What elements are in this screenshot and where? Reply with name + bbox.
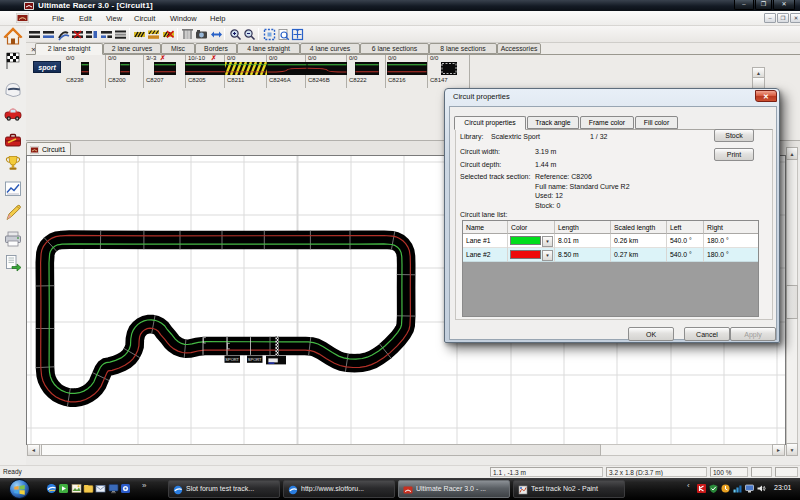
quick-launch-pictures-icon[interactable] <box>71 483 82 494</box>
palette-tab-4-lane-curves[interactable]: 4 lane curves <box>300 43 360 54</box>
window-close-button[interactable]: ✕ <box>773 0 795 10</box>
stock-button[interactable]: Stock <box>714 129 754 142</box>
dialog-tab-frame-color[interactable]: Frame color <box>580 116 634 129</box>
palette-part-c8238[interactable]: 0/0 C8238 <box>64 55 106 88</box>
vertical-scroll-thumb[interactable] <box>786 285 798 319</box>
palette-tab-borders[interactable]: Borders <box>195 43 237 54</box>
palette-tab-accessories[interactable]: Accessories <box>497 43 541 54</box>
lane1-color-dropdown-icon[interactable]: ▼ <box>542 236 553 247</box>
scroll-down-icon[interactable]: ▼ <box>786 443 798 456</box>
tray-update-icon[interactable] <box>721 484 730 493</box>
menu-view[interactable]: View <box>106 14 122 23</box>
sidebar-trophy-icon[interactable] <box>3 153 23 173</box>
toolbar-pan-view-icon[interactable] <box>291 28 304 41</box>
sidebar-car-icon[interactable] <box>3 104 23 124</box>
lane-row-2[interactable]: Lane #2 ▼ 8.50 m 0.27 km 540.0 ° 180.0 ° <box>463 248 758 262</box>
dialog-close-button[interactable]: ✕ <box>755 90 777 102</box>
palette-part-c8246a[interactable]: 0/0 C8246A <box>267 55 306 88</box>
toolbar-zoom-out-icon[interactable] <box>243 28 256 41</box>
tray-chevron-icon[interactable]: ‹ <box>687 481 690 490</box>
quick-launch-ie-icon[interactable] <box>46 483 57 494</box>
window-restore-button[interactable]: ❐ <box>755 0 772 10</box>
toolbar-move-arrows-icon[interactable] <box>210 28 223 41</box>
palette-tab-6-lane-sections[interactable]: 6 lane sections <box>360 43 429 54</box>
palette-tab-2-lane-straight[interactable]: 2 lane straight <box>35 43 103 55</box>
lane2-color-swatch[interactable] <box>510 250 541 259</box>
toolbar-quarter-straight-icon[interactable] <box>100 28 113 41</box>
apply-button[interactable]: Apply <box>730 327 776 341</box>
scroll-right-icon[interactable]: ► <box>772 444 785 456</box>
column-header-left[interactable]: Left <box>667 221 704 234</box>
palette-part-c8207[interactable]: 3/-3✗ C8207 <box>144 55 186 88</box>
tray-volume-icon[interactable] <box>757 484 766 493</box>
toolbar-half-straight-icon[interactable] <box>85 28 98 41</box>
column-header-length[interactable]: Length <box>555 221 611 234</box>
quick-launch-media-icon[interactable] <box>58 483 69 494</box>
sidebar-printer-icon[interactable] <box>3 229 23 249</box>
quick-launch-overflow-icon[interactable]: » <box>142 481 146 490</box>
mdi-close-button[interactable]: ✕ <box>790 13 800 23</box>
column-header-color[interactable]: Color <box>508 221 555 234</box>
toolbar-special-piece-icon[interactable] <box>114 28 127 41</box>
dialog-tab-fill-color[interactable]: Fill color <box>635 116 678 129</box>
tray-kaspersky-icon[interactable] <box>697 484 706 493</box>
sidebar-toolbox-icon[interactable] <box>3 130 23 150</box>
toolbar-zoom-in-icon[interactable] <box>229 28 242 41</box>
palette-tab-2-lane-curves[interactable]: 2 lane curves <box>103 43 161 54</box>
scroll-up-icon[interactable]: ▲ <box>786 147 798 160</box>
task-ultimate-racer[interactable]: Ultimate Racer 3.0 - ... <box>398 480 510 498</box>
toolbar-fit-view-icon[interactable] <box>263 28 276 41</box>
start-button[interactable] <box>9 479 30 499</box>
tab-circuit1[interactable]: Circuit1 <box>26 142 71 156</box>
mdi-restore-button[interactable]: ❐ <box>777 13 789 23</box>
palette-scroll-up-icon[interactable]: ▲ <box>752 67 765 78</box>
print-button[interactable]: Print <box>714 148 754 161</box>
column-header-scaled-length[interactable]: Scaled length <box>611 221 667 234</box>
sidebar-home-icon[interactable] <box>3 27 23 47</box>
mdi-minimize-button[interactable]: – <box>764 13 776 23</box>
tray-network-icon[interactable] <box>733 484 742 493</box>
toolbar-pillar-icon[interactable] <box>181 28 194 41</box>
palette-part-c8216[interactable]: 0/0 C8216 <box>386 55 428 88</box>
dialog-tab-circuit-properties[interactable]: Circuit properties <box>454 116 526 130</box>
lane2-color-dropdown-icon[interactable]: ▼ <box>542 250 553 261</box>
sidebar-export-icon[interactable] <box>3 253 23 273</box>
palette-part-c8200[interactable]: 0/0 C8200 <box>106 55 144 88</box>
mdi-system-icon[interactable] <box>16 13 29 23</box>
window-minimize-button[interactable]: – <box>734 0 754 10</box>
column-header-name[interactable]: Name <box>463 221 508 234</box>
sidebar-pen-icon[interactable] <box>3 203 23 223</box>
palette-tab-8-lane-sections[interactable]: 8 lane sections <box>429 43 497 54</box>
toolbar-new-straight-icon[interactable] <box>28 28 41 41</box>
palette-part-c8222[interactable]: 0/0 C8222 <box>347 55 386 88</box>
horizontal-scroll-thumb[interactable] <box>41 444 601 456</box>
canvas-horizontal-scrollbar[interactable]: ◄ ► <box>27 444 785 456</box>
cancel-button[interactable]: Cancel <box>684 327 730 341</box>
sidebar-helmet-icon[interactable] <box>3 80 23 100</box>
canvas-vertical-scrollbar[interactable]: ▲ ▼ <box>786 147 798 456</box>
lane-row-1[interactable]: Lane #1 ▼ 8.01 m 0.26 km 540.0 ° 180.0 ° <box>463 234 758 248</box>
tray-display-icon[interactable] <box>745 484 754 493</box>
task-paint[interactable]: Test track No2 - Paint <box>513 480 625 498</box>
menu-circuit[interactable]: Circuit <box>134 14 155 23</box>
toolbar-find-view-icon[interactable] <box>277 28 290 41</box>
palette-tab-misc[interactable]: Misc <box>161 43 195 54</box>
menu-help[interactable]: Help <box>210 14 225 23</box>
lane1-color-swatch[interactable] <box>510 236 541 245</box>
quick-launch-desktop-icon[interactable] <box>108 483 119 494</box>
menu-file[interactable]: File <box>52 14 64 23</box>
palette-part-c8246b[interactable]: 0/0 C8246B <box>306 55 347 88</box>
palette-scrollbar[interactable]: ▲ <box>752 67 765 89</box>
scroll-left-icon[interactable]: ◄ <box>27 444 40 456</box>
column-header-right[interactable]: Right <box>704 221 758 234</box>
menu-edit[interactable]: Edit <box>79 14 92 23</box>
sidebar-checkered-flag-icon[interactable] <box>3 51 23 71</box>
ok-button[interactable]: OK <box>628 327 674 341</box>
palette-part-c8211[interactable]: 0/0 C8211 <box>225 55 267 88</box>
toolbar-curve-pieces-icon[interactable] <box>57 28 70 41</box>
toolbar-border-piece-icon[interactable] <box>133 28 146 41</box>
task-slotforum-url[interactable]: http://www.slotforu... <box>283 480 395 498</box>
dialog-tab-track-angle[interactable]: Track angle <box>527 116 579 129</box>
toolbar-delete-piece-icon[interactable] <box>71 28 84 41</box>
sidebar-chart-icon[interactable] <box>3 179 23 199</box>
